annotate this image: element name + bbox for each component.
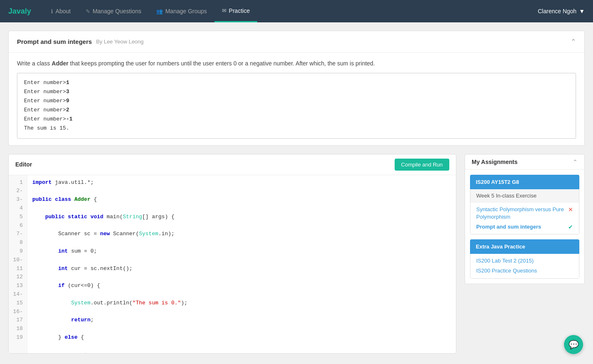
nav-practice[interactable]: ✉ Practice (215, 0, 258, 22)
list-item: IS200 Practice Questions (476, 267, 573, 275)
problem-title: Prompt and sum integers (17, 38, 92, 45)
list-item: Syntactic Polymorphism versus Pure Polym… (476, 206, 573, 221)
code-editor[interactable]: import java.util.*; public class Adder {… (27, 175, 456, 353)
sidebar-collapse-btn[interactable]: ⌃ (573, 159, 578, 165)
sidebar-title: My Assignments (472, 159, 518, 165)
check-icon: ✔ (568, 224, 573, 230)
assignment-group-is200: IS200 AY15T2 G8 Week 5 In-class Exercise… (470, 175, 579, 235)
problem-author: By Lee Yeow Leong (96, 39, 144, 45)
assignment-group-extra: Extra Java Practice IS200 Lab Test 2 (20… (470, 239, 579, 278)
group-extra-items: IS200 Lab Test 2 (2015) IS200 Practice Q… (470, 254, 579, 278)
assignment-item-name-active[interactable]: Prompt and sum integers (476, 223, 565, 231)
group-extra-body: IS200 Lab Test 2 (2015) IS200 Practice Q… (470, 254, 579, 278)
assignment-item-name[interactable]: Syntactic Polymorphism versus Pure Polym… (476, 206, 565, 221)
manage-questions-icon: ✎ (86, 8, 90, 14)
nav-items: ℹ About ✎ Manage Questions 👥 Manage Grou… (43, 0, 538, 22)
bottom-area: Editor Compile and Run 1 2- 3- 4 5 6 7- … (8, 154, 585, 354)
assignment-item-name[interactable]: IS200 Lab Test 2 (2015) (476, 257, 573, 265)
editor-body[interactable]: 1 2- 3- 4 5 6 7- 8 9 10- 11 12 13 14- 15… (9, 175, 456, 353)
group-is200-body: Week 5 In-class Exercise Syntactic Polym… (470, 189, 579, 235)
problem-collapse-btn[interactable]: ⌃ (571, 38, 576, 46)
editor-card: Editor Compile and Run 1 2- 3- 4 5 6 7- … (8, 154, 456, 354)
editor-title: Editor (15, 161, 32, 168)
sidebar-body: IS200 AY15T2 G8 Week 5 In-class Exercise… (465, 170, 584, 284)
group-is200-subheader: Week 5 In-class Exercise (470, 189, 579, 202)
nav-manage-groups[interactable]: 👥 Manage Groups (149, 0, 214, 22)
brand-logo: Javaly (8, 7, 31, 16)
list-item: IS200 Lab Test 2 (2015) (476, 257, 573, 265)
chat-button[interactable]: 💬 (564, 335, 583, 354)
sidebar-card: My Assignments ⌃ IS200 AY15T2 G8 Week 5 … (465, 154, 585, 284)
nav-manage-questions[interactable]: ✎ Manage Questions (78, 0, 149, 22)
assignment-item-name[interactable]: IS200 Practice Questions (476, 267, 573, 275)
user-menu[interactable]: Clarence Ngoh ▼ (538, 8, 585, 14)
code-sample: Enter number>1 Enter number>3 Enter numb… (17, 73, 576, 139)
compile-run-button[interactable]: Compile and Run (395, 159, 449, 171)
problem-body: Write a class Adder that keeps prompting… (9, 53, 584, 145)
main-container: Prompt and sum integers By Lee Yeow Leon… (0, 22, 593, 362)
list-item: Prompt and sum integers ✔ (476, 223, 573, 231)
group-is200-items: Syntactic Polymorphism versus Pure Polym… (470, 202, 579, 234)
navbar: Javaly ℹ About ✎ Manage Questions 👥 Mana… (0, 0, 593, 22)
editor-header: Editor Compile and Run (9, 154, 456, 175)
user-dropdown-icon: ▼ (579, 8, 585, 14)
line-numbers: 1 2- 3- 4 5 6 7- 8 9 10- 11 12 13 14- 15… (9, 175, 27, 353)
group-is200-header: IS200 AY15T2 G8 (470, 175, 579, 189)
about-icon: ℹ (51, 8, 53, 14)
group-extra-header: Extra Java Practice (470, 239, 579, 254)
manage-groups-icon: 👥 (156, 8, 163, 14)
problem-header: Prompt and sum integers By Lee Yeow Leon… (9, 31, 584, 53)
nav-about[interactable]: ℹ About (43, 0, 78, 22)
problem-card: Prompt and sum integers By Lee Yeow Leon… (8, 31, 585, 146)
practice-icon: ✉ (222, 7, 227, 14)
cross-icon: ✕ (568, 206, 573, 213)
chat-icon: 💬 (569, 340, 579, 350)
sidebar-header: My Assignments ⌃ (465, 154, 584, 170)
problem-description: Write a class Adder that keeps prompting… (17, 59, 576, 68)
